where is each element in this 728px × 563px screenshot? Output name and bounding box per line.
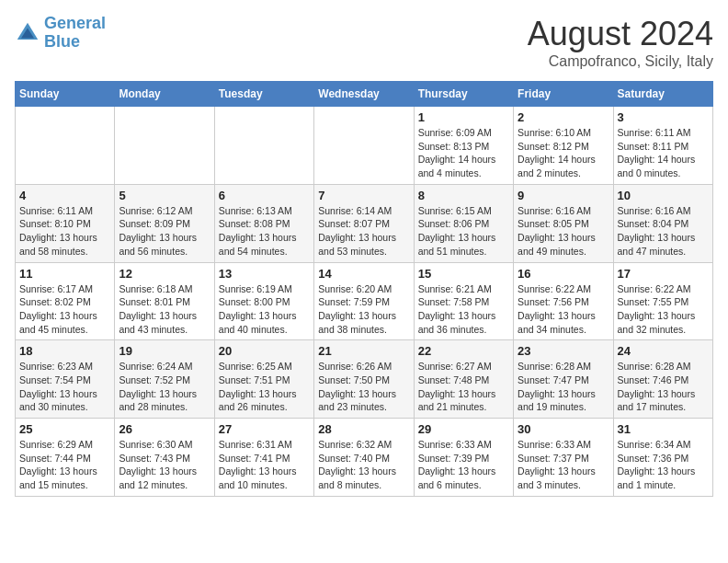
calendar-cell: 21Sunrise: 6:26 AMSunset: 7:50 PMDayligh… bbox=[314, 340, 414, 419]
day-number: 4 bbox=[19, 189, 110, 202]
calendar-cell bbox=[314, 107, 414, 185]
day-number: 9 bbox=[518, 189, 609, 202]
day-info: Sunrise: 6:25 AMSunset: 7:51 PMDaylight:… bbox=[219, 360, 310, 414]
week-row-1: 1Sunrise: 6:09 AMSunset: 8:13 PMDaylight… bbox=[16, 107, 713, 185]
day-number: 10 bbox=[618, 189, 709, 202]
day-info: Sunrise: 6:10 AMSunset: 8:12 PMDaylight:… bbox=[518, 126, 609, 180]
day-info: Sunrise: 6:28 AMSunset: 7:46 PMDaylight:… bbox=[618, 360, 709, 414]
day-info: Sunrise: 6:15 AMSunset: 8:06 PMDaylight:… bbox=[418, 204, 509, 259]
calendar-cell: 18Sunrise: 6:23 AMSunset: 7:54 PMDayligh… bbox=[16, 340, 115, 419]
day-number: 2 bbox=[518, 110, 609, 124]
day-info: Sunrise: 6:16 AMSunset: 8:05 PMDaylight:… bbox=[518, 204, 609, 259]
calendar-cell: 24Sunrise: 6:28 AMSunset: 7:46 PMDayligh… bbox=[613, 340, 712, 419]
day-number: 6 bbox=[219, 189, 310, 202]
calendar-cell: 7Sunrise: 6:14 AMSunset: 8:07 PMDaylight… bbox=[314, 184, 414, 262]
calendar-cell: 31Sunrise: 6:34 AMSunset: 7:36 PMDayligh… bbox=[613, 419, 712, 497]
day-number: 19 bbox=[119, 344, 210, 358]
calendar-cell: 14Sunrise: 6:20 AMSunset: 7:59 PMDayligh… bbox=[314, 262, 414, 340]
week-row-2: 4Sunrise: 6:11 AMSunset: 8:10 PMDaylight… bbox=[16, 184, 713, 262]
day-number: 28 bbox=[318, 422, 409, 436]
weekday-header-thursday: Thursday bbox=[414, 82, 513, 107]
day-number: 14 bbox=[318, 267, 409, 281]
calendar-table: SundayMondayTuesdayWednesdayThursdayFrid… bbox=[15, 81, 713, 497]
day-number: 17 bbox=[618, 267, 709, 281]
day-info: Sunrise: 6:27 AMSunset: 7:48 PMDaylight:… bbox=[418, 360, 509, 414]
day-number: 31 bbox=[618, 422, 709, 436]
day-number: 29 bbox=[418, 422, 509, 436]
calendar-cell: 3Sunrise: 6:11 AMSunset: 8:11 PMDaylight… bbox=[613, 107, 712, 185]
calendar-cell: 20Sunrise: 6:25 AMSunset: 7:51 PMDayligh… bbox=[214, 340, 313, 419]
calendar-cell: 28Sunrise: 6:32 AMSunset: 7:40 PMDayligh… bbox=[314, 419, 414, 497]
calendar-cell bbox=[214, 107, 313, 185]
calendar-cell: 13Sunrise: 6:19 AMSunset: 8:00 PMDayligh… bbox=[214, 262, 313, 340]
day-number: 24 bbox=[618, 344, 709, 358]
day-number: 18 bbox=[19, 344, 110, 358]
weekday-header-saturday: Saturday bbox=[613, 82, 712, 107]
day-number: 3 bbox=[618, 110, 709, 124]
calendar-cell: 2Sunrise: 6:10 AMSunset: 8:12 PMDaylight… bbox=[514, 107, 613, 185]
calendar-cell: 25Sunrise: 6:29 AMSunset: 7:44 PMDayligh… bbox=[16, 419, 115, 497]
day-number: 8 bbox=[418, 189, 509, 202]
logo-line2: Blue bbox=[44, 32, 80, 51]
day-info: Sunrise: 6:11 AMSunset: 8:11 PMDaylight:… bbox=[618, 126, 709, 180]
calendar-cell: 5Sunrise: 6:12 AMSunset: 8:09 PMDaylight… bbox=[115, 184, 214, 262]
title-area: August 2024 Campofranco, Sicily, Italy bbox=[528, 15, 713, 70]
logo-icon bbox=[15, 20, 40, 46]
day-info: Sunrise: 6:33 AMSunset: 7:37 PMDaylight:… bbox=[518, 438, 609, 492]
calendar-cell: 11Sunrise: 6:17 AMSunset: 8:02 PMDayligh… bbox=[16, 262, 115, 340]
day-number: 1 bbox=[418, 110, 509, 124]
weekday-header-row: SundayMondayTuesdayWednesdayThursdayFrid… bbox=[16, 82, 713, 107]
day-info: Sunrise: 6:21 AMSunset: 7:58 PMDaylight:… bbox=[418, 282, 509, 337]
calendar-cell: 6Sunrise: 6:13 AMSunset: 8:08 PMDaylight… bbox=[214, 184, 313, 262]
day-number: 21 bbox=[318, 344, 409, 358]
day-number: 16 bbox=[518, 267, 609, 281]
day-number: 25 bbox=[19, 422, 110, 436]
day-info: Sunrise: 6:14 AMSunset: 8:07 PMDaylight:… bbox=[318, 204, 409, 259]
calendar-cell: 26Sunrise: 6:30 AMSunset: 7:43 PMDayligh… bbox=[115, 419, 214, 497]
day-number: 26 bbox=[119, 422, 210, 436]
calendar-cell: 15Sunrise: 6:21 AMSunset: 7:58 PMDayligh… bbox=[414, 262, 513, 340]
weekday-header-sunday: Sunday bbox=[16, 82, 115, 107]
day-number: 7 bbox=[318, 189, 409, 202]
day-info: Sunrise: 6:22 AMSunset: 7:55 PMDaylight:… bbox=[618, 282, 709, 337]
day-info: Sunrise: 6:31 AMSunset: 7:41 PMDaylight:… bbox=[219, 438, 310, 492]
day-info: Sunrise: 6:24 AMSunset: 7:52 PMDaylight:… bbox=[119, 360, 210, 414]
calendar-cell: 30Sunrise: 6:33 AMSunset: 7:37 PMDayligh… bbox=[514, 419, 613, 497]
calendar-cell: 9Sunrise: 6:16 AMSunset: 8:05 PMDaylight… bbox=[514, 184, 613, 262]
day-number: 5 bbox=[119, 189, 210, 202]
week-row-4: 18Sunrise: 6:23 AMSunset: 7:54 PMDayligh… bbox=[16, 340, 713, 419]
calendar-cell: 17Sunrise: 6:22 AMSunset: 7:55 PMDayligh… bbox=[613, 262, 712, 340]
day-number: 27 bbox=[219, 422, 310, 436]
day-info: Sunrise: 6:17 AMSunset: 8:02 PMDaylight:… bbox=[19, 282, 110, 337]
day-info: Sunrise: 6:29 AMSunset: 7:44 PMDaylight:… bbox=[19, 438, 110, 492]
calendar-cell: 29Sunrise: 6:33 AMSunset: 7:39 PMDayligh… bbox=[414, 419, 513, 497]
day-number: 23 bbox=[518, 344, 609, 358]
calendar-cell: 12Sunrise: 6:18 AMSunset: 8:01 PMDayligh… bbox=[115, 262, 214, 340]
calendar-cell: 4Sunrise: 6:11 AMSunset: 8:10 PMDaylight… bbox=[16, 184, 115, 262]
day-info: Sunrise: 6:19 AMSunset: 8:00 PMDaylight:… bbox=[219, 282, 310, 337]
day-info: Sunrise: 6:26 AMSunset: 7:50 PMDaylight:… bbox=[318, 360, 409, 414]
day-number: 12 bbox=[119, 267, 210, 281]
calendar-cell: 23Sunrise: 6:28 AMSunset: 7:47 PMDayligh… bbox=[514, 340, 613, 419]
day-info: Sunrise: 6:20 AMSunset: 7:59 PMDaylight:… bbox=[318, 282, 409, 337]
day-info: Sunrise: 6:16 AMSunset: 8:04 PMDaylight:… bbox=[618, 204, 709, 259]
day-number: 11 bbox=[19, 267, 110, 281]
calendar-cell: 8Sunrise: 6:15 AMSunset: 8:06 PMDaylight… bbox=[414, 184, 513, 262]
month-title: August 2024 bbox=[528, 15, 713, 53]
weekday-header-monday: Monday bbox=[115, 82, 214, 107]
week-row-5: 25Sunrise: 6:29 AMSunset: 7:44 PMDayligh… bbox=[16, 419, 713, 497]
page-header: General Blue August 2024 Campofranco, Si… bbox=[15, 15, 713, 70]
day-info: Sunrise: 6:34 AMSunset: 7:36 PMDaylight:… bbox=[618, 438, 709, 492]
calendar-cell: 22Sunrise: 6:27 AMSunset: 7:48 PMDayligh… bbox=[414, 340, 513, 419]
calendar-cell: 1Sunrise: 6:09 AMSunset: 8:13 PMDaylight… bbox=[414, 107, 513, 185]
week-row-3: 11Sunrise: 6:17 AMSunset: 8:02 PMDayligh… bbox=[16, 262, 713, 340]
logo-line1: General bbox=[44, 14, 106, 32]
weekday-header-tuesday: Tuesday bbox=[214, 82, 313, 107]
logo-text: General Blue bbox=[44, 15, 106, 52]
calendar-cell: 27Sunrise: 6:31 AMSunset: 7:41 PMDayligh… bbox=[214, 419, 313, 497]
day-info: Sunrise: 6:33 AMSunset: 7:39 PMDaylight:… bbox=[418, 438, 509, 492]
weekday-header-wednesday: Wednesday bbox=[314, 82, 414, 107]
day-number: 22 bbox=[418, 344, 509, 358]
day-info: Sunrise: 6:32 AMSunset: 7:40 PMDaylight:… bbox=[318, 438, 409, 492]
day-info: Sunrise: 6:13 AMSunset: 8:08 PMDaylight:… bbox=[219, 204, 310, 259]
